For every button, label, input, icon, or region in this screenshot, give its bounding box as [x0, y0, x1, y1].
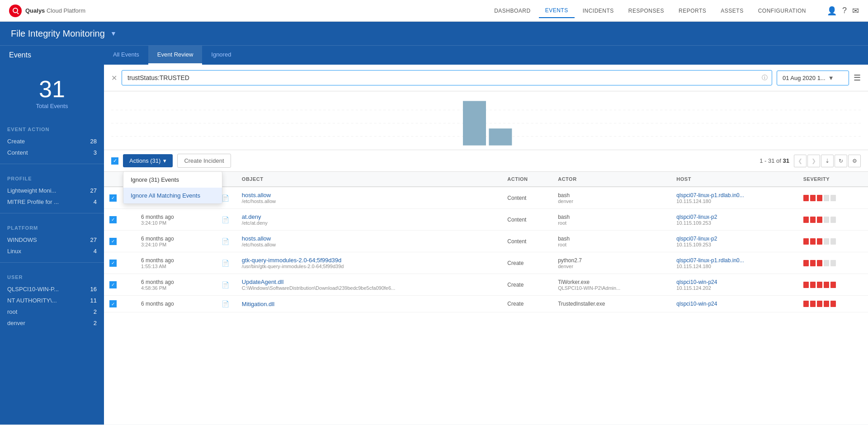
sidebar-item-mitre[interactable]: MITRE Profile for ... 4: [0, 196, 104, 208]
master-checkbox[interactable]: ✓: [111, 157, 118, 165]
mail-icon[interactable]: ✉: [852, 6, 859, 16]
sidebar-item-windows[interactable]: WINDOWS 27: [0, 234, 104, 246]
nav-configuration[interactable]: CONFIGURATION: [752, 4, 812, 18]
actor-sub: root: [558, 242, 665, 247]
events-table-container: TIME OBJECT ACTION ACTOR HOST SEVERITY ✓…: [104, 172, 868, 425]
nav-reports[interactable]: REPORTS: [672, 4, 712, 18]
file-name[interactable]: UpdateAgent.dll: [242, 279, 497, 285]
file-type-icon: 📄: [222, 260, 229, 267]
row-checkbox[interactable]: ✓: [109, 281, 117, 288]
create-incident-button[interactable]: Create Incident: [177, 154, 231, 168]
severity-bar: [810, 260, 816, 266]
row-checkbox[interactable]: ✓: [109, 300, 117, 307]
search-wrapper: ⓘ: [122, 70, 772, 85]
file-type-icon: 📄: [222, 216, 229, 223]
row-checkbox[interactable]: ✓: [109, 238, 117, 245]
dropdown-ignore-events[interactable]: Ignore (31) Events: [123, 172, 222, 188]
row-actor-cell: bash root: [552, 209, 671, 231]
next-page-button[interactable]: ❯: [807, 155, 820, 167]
severity-bar: [817, 195, 822, 201]
sidebar-item-content[interactable]: Content 3: [0, 147, 104, 158]
help-icon[interactable]: ?: [842, 6, 847, 15]
file-name[interactable]: Mitigation.dll: [242, 301, 497, 307]
host-ip: 10.115.109.253: [676, 220, 792, 226]
file-name[interactable]: hosts.allow: [242, 235, 497, 242]
table-row: ✓ 6 months ago 4:58:36 PM 📄 UpdateAgent.…: [104, 274, 868, 296]
row-severity-cell: [798, 252, 868, 274]
time-ago: 6 months ago: [141, 301, 211, 307]
search-help-icon[interactable]: ⓘ: [762, 74, 768, 82]
svg-rect-6: [489, 128, 512, 145]
sidebar-item-lightweight[interactable]: Lightweight Moni... 27: [0, 185, 104, 196]
severity-bar: [810, 301, 816, 307]
severity-bar: [810, 217, 816, 223]
actor-name: TrustedInstaller.exe: [558, 301, 665, 307]
file-name[interactable]: gtk-query-immodules-2.0-64;5f99d39d: [242, 257, 497, 264]
sidebar-item-create[interactable]: Create 28: [0, 136, 104, 147]
host-name[interactable]: qlspci07-linux-p1.rdlab.in0...: [676, 257, 792, 264]
host-ip: 10.115.109.253: [676, 242, 792, 247]
time-ago: 6 months ago: [141, 236, 211, 242]
row-severity-cell: [798, 296, 868, 312]
actor-name: bash: [558, 192, 665, 198]
row-checkbox[interactable]: ✓: [109, 260, 117, 267]
host-name[interactable]: qlspci10-win-p24: [676, 279, 792, 285]
row-file-icon-cell: 📄: [216, 252, 236, 274]
host-name[interactable]: qlspci10-win-p24: [676, 301, 792, 307]
severity-bar: [817, 260, 822, 266]
row-checkbox[interactable]: ✓: [109, 194, 117, 202]
time-exact: 4:58:36 PM: [141, 285, 211, 291]
row-checkbox-cell: ✓: [104, 187, 122, 209]
dropdown-ignore-matching[interactable]: Ignore All Matching Events: [123, 188, 222, 203]
row-checkbox[interactable]: ✓: [109, 216, 117, 223]
search-input[interactable]: [122, 70, 772, 85]
user-icon[interactable]: 👤: [827, 6, 837, 16]
severity-bar: [803, 238, 809, 245]
host-name[interactable]: qlspci07-linux-p2: [676, 236, 792, 242]
prev-page-button[interactable]: ❮: [794, 155, 807, 167]
host-name[interactable]: qlspci07-linux-p1.rdlab.in0...: [676, 192, 792, 198]
sidebar: 31 Total Events EVENT ACTION Create 28 C…: [0, 65, 104, 425]
host-ip: 10.115.124.180: [676, 264, 792, 269]
main-layout: 31 Total Events EVENT ACTION Create 28 C…: [0, 65, 868, 425]
tab-all-events[interactable]: All Events: [104, 46, 148, 65]
time-ago: 6 months ago: [141, 257, 211, 264]
nav-events[interactable]: EVENTS: [539, 4, 575, 18]
sidebar-item-user-3[interactable]: denver 2: [0, 317, 104, 329]
file-type-icon: 📄: [222, 281, 229, 288]
sidebar-item-user-0[interactable]: QLSPCI10-WIN-P... 16: [0, 283, 104, 295]
tab-event-review[interactable]: Event Review: [148, 46, 202, 65]
table-row: ✓ 6 months ago 1:55:13 AM 📄 gtk-query-im…: [104, 252, 868, 274]
nav-incidents[interactable]: INCIDENTS: [576, 4, 620, 18]
brand-name: Qualys Cloud Platform: [25, 7, 85, 14]
settings-button[interactable]: ⚙: [848, 155, 861, 167]
severity-bar: [803, 217, 809, 223]
severity-bar: [824, 238, 829, 245]
row-severity-cell: [798, 231, 868, 252]
row-host-cell: qlspci07-linux-p1.rdlab.in0... 10.115.12…: [671, 252, 797, 274]
sidebar-item-linux[interactable]: Linux 4: [0, 246, 104, 257]
table-row: ✓ 6 months ago 3:24:10 PM 📄 hosts.allow …: [104, 231, 868, 252]
tab-ignored[interactable]: Ignored: [202, 46, 240, 65]
nav-responses[interactable]: RESPONSES: [622, 4, 670, 18]
filter-icon[interactable]: ☰: [854, 73, 861, 83]
app-title-dropdown[interactable]: ▼: [110, 30, 117, 37]
nav-dashboard[interactable]: DASHBOARD: [488, 4, 537, 18]
severity-bar: [830, 217, 836, 223]
severity-bar: [803, 282, 809, 288]
search-clear-icon[interactable]: ✕: [111, 74, 117, 82]
actions-button[interactable]: Actions (31) ▾: [123, 154, 173, 167]
row-action-cell: Create: [502, 252, 552, 274]
row-action-cell: Content: [502, 187, 552, 209]
date-range-dropdown[interactable]: 01 Aug 2020 1... ▼: [777, 71, 849, 85]
sidebar-item-user-1[interactable]: NT AUTHORITY\... 11: [0, 295, 104, 306]
refresh-button[interactable]: ↻: [835, 155, 847, 167]
host-name[interactable]: qlspci07-linux-p2: [676, 214, 792, 220]
nav-assets[interactable]: ASSETS: [714, 4, 750, 18]
file-name[interactable]: hosts.allow: [242, 192, 497, 198]
download-button[interactable]: ⇣: [821, 155, 834, 167]
app-header: File Integrity Monitoring ▼: [0, 22, 868, 45]
sidebar-item-user-2[interactable]: root 2: [0, 306, 104, 317]
file-name[interactable]: at.deny: [242, 213, 497, 220]
file-type-icon: 📄: [222, 194, 229, 202]
